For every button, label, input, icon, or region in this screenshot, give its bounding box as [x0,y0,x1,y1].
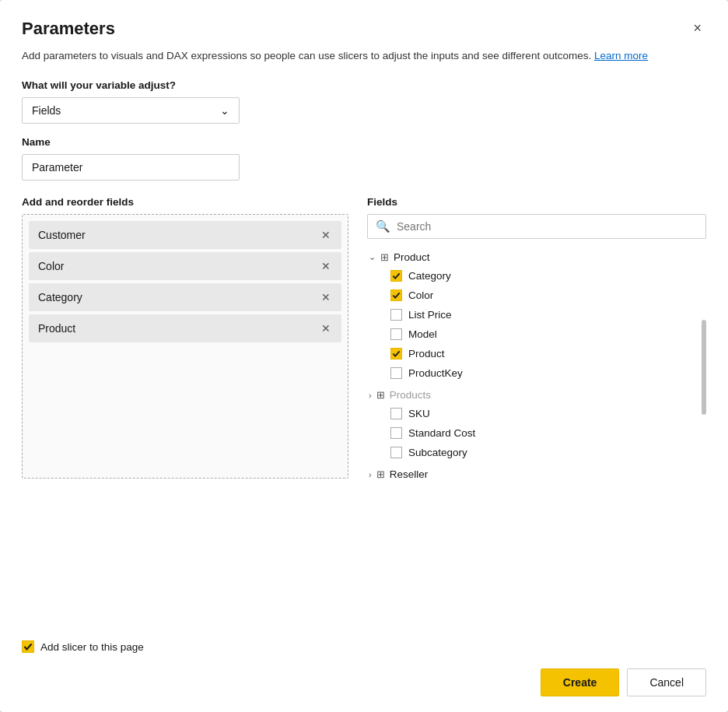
list-item[interactable]: Category ✕ [29,283,341,311]
tree-children: SKU Standard Cost Subcategory [389,404,703,462]
tree-group-header[interactable]: ⌄ ⊞ Product [367,248,703,266]
tree-group-header[interactable]: › ⊞ Reseller [367,465,703,483]
tree-item-label: ProductKey [408,367,463,379]
tree-group-header[interactable]: › ⊞ Products [367,386,703,404]
chevron-down-icon: ⌄ [220,104,229,117]
learn-more-link[interactable]: Learn more [594,50,648,61]
add-slicer-checkbox[interactable] [22,640,34,653]
tree-group-label: Products [390,389,431,401]
dialog-footer: Create Cancel [0,653,728,712]
tree-group: ⌄ ⊞ Product Category [367,248,703,383]
tree-item-label: Model [408,328,437,340]
tree-group: › ⊞ Products SKU Standard Cost Subcatego… [367,386,703,462]
tree-item-checkbox[interactable] [390,348,402,360]
add-slicer-label: Add slicer to this page [40,641,144,653]
parameters-dialog: Parameters × Add parameters to visuals a… [0,0,728,712]
table-icon: ⊞ [376,468,385,480]
scrollbar-thumb[interactable] [702,320,706,415]
tree-item-checkbox[interactable] [390,328,402,340]
create-button[interactable]: Create [541,668,620,696]
tree-item-checkbox[interactable] [390,309,402,321]
left-panel: Add and reorder fields Customer ✕ Color … [22,196,348,628]
dialog-header: Parameters × [0,0,728,39]
variable-section: What will your variable adjust? Fields ⌄ [0,64,728,124]
tree-item-checkbox[interactable] [390,447,402,458]
table-icon: ⊞ [380,251,389,263]
tree-item-checkbox[interactable] [390,427,402,439]
tree-item[interactable]: List Price [389,305,703,324]
right-panel: Fields 🔍 ⌄ ⊞ Product Category [367,196,706,628]
field-item-label: Product [38,322,75,335]
chevron-icon: › [369,391,372,400]
search-input[interactable] [397,220,698,233]
table-icon: ⊞ [376,389,385,401]
chevron-icon: › [369,470,372,479]
tree-item[interactable]: SKU [389,404,703,423]
name-section: Name [0,124,728,181]
tree-item-checkbox[interactable] [390,408,402,419]
variable-dropdown[interactable]: Fields ⌄ [22,97,240,124]
tree-item-checkbox[interactable] [390,367,402,379]
tree-children: Category Color List Price Model [389,266,703,383]
tree-item[interactable]: Color [389,286,703,305]
field-item-label: Color [38,260,64,272]
add-slicer-row: Add slicer to this page [0,628,728,653]
fields-list-section-label: Add and reorder fields [22,196,348,208]
list-item[interactable]: Color ✕ [29,252,341,280]
search-box: 🔍 [367,214,706,239]
tree-item-label: SKU [408,408,430,419]
tree-item-label: Color [408,289,433,301]
field-item-remove[interactable]: ✕ [320,229,332,241]
tree-item[interactable]: Model [389,324,703,344]
close-button[interactable]: × [688,19,706,38]
fields-tree: ⌄ ⊞ Product Category [367,248,706,486]
tree-item[interactable]: Category [389,266,703,286]
tree-item[interactable]: Subcategory [389,443,703,462]
description-text: Add parameters to visuals and DAX expres… [22,50,591,61]
tree-group: › ⊞ Reseller [367,465,703,483]
name-section-label: Name [22,136,706,148]
check-icon [23,642,33,651]
tree-group-label: Product [394,251,430,263]
tree-item-label: List Price [408,309,452,321]
fields-panel-label: Fields [367,196,706,208]
list-item[interactable]: Product ✕ [29,314,341,342]
dialog-title: Parameters [22,19,115,39]
tree-item-label: Category [408,270,451,282]
check-icon [392,349,401,358]
field-item-label: Category [38,291,82,303]
tree-item-checkbox[interactable] [390,289,402,301]
check-icon [392,272,401,280]
variable-section-label: What will your variable adjust? [22,79,706,91]
fields-list-container: Customer ✕ Color ✕ Category ✕ Product ✕ [22,214,348,479]
field-item-label: Customer [38,229,86,241]
tree-item-label: Product [408,348,445,360]
field-item-remove[interactable]: ✕ [320,322,332,335]
name-input[interactable] [22,154,240,181]
check-icon [392,291,401,300]
tree-item-checkbox[interactable] [390,270,402,282]
tree-item[interactable]: Product [389,344,703,363]
list-item[interactable]: Customer ✕ [29,221,341,249]
search-icon: 🔍 [376,219,390,233]
main-content: Add and reorder fields Customer ✕ Color … [0,181,728,628]
field-item-remove[interactable]: ✕ [320,291,332,303]
cancel-button[interactable]: Cancel [627,668,706,696]
field-item-remove[interactable]: ✕ [320,260,332,272]
chevron-icon: ⌄ [369,252,376,262]
tree-item-label: Standard Cost [408,427,475,439]
tree-item[interactable]: Standard Cost [389,423,703,443]
tree-group-label: Reseller [390,468,429,480]
dropdown-value: Fields [32,104,61,117]
tree-item[interactable]: ProductKey [389,363,703,383]
dialog-description: Add parameters to visuals and DAX expres… [0,39,728,64]
tree-item-label: Subcategory [408,447,467,458]
